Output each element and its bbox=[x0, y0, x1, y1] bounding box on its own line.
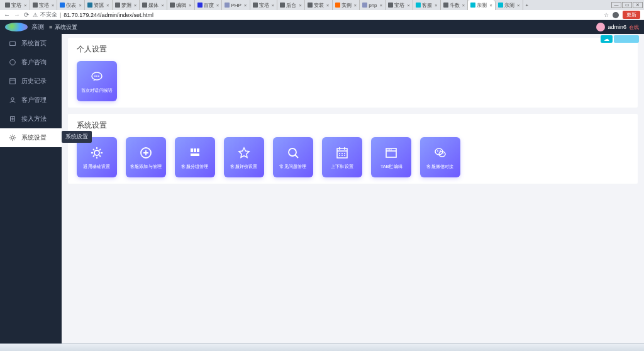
browser-tab[interactable]: 仪表× bbox=[57, 0, 85, 10]
sidebar-item-history[interactable]: 历史记录 bbox=[0, 72, 62, 91]
home-icon bbox=[9, 40, 16, 47]
favicon bbox=[170, 3, 175, 8]
tab-close-button[interactable]: × bbox=[326, 3, 330, 8]
tile-group[interactable]: 客服分组管理 bbox=[175, 137, 215, 177]
tile-plus[interactable]: 客服添加与管理 bbox=[126, 137, 166, 177]
avatar bbox=[596, 23, 605, 31]
sidebar-item-home[interactable]: 系统首页 bbox=[0, 34, 62, 53]
browser-tab[interactable]: 安装× bbox=[305, 0, 333, 10]
tab-close-button[interactable]: × bbox=[354, 3, 357, 8]
browser-tab[interactable]: 资源× bbox=[85, 0, 113, 10]
tab-close-button[interactable]: × bbox=[517, 3, 520, 8]
svg-point-4 bbox=[11, 98, 14, 100]
tab-label: 宝塔 bbox=[394, 2, 404, 9]
tile-calendar[interactable]: 上下班设置 bbox=[322, 137, 362, 177]
browser-tab[interactable]: PHP× bbox=[222, 0, 250, 10]
maximize-button[interactable]: ▭ bbox=[622, 2, 632, 8]
svg-point-33 bbox=[391, 149, 392, 150]
tab-close-button[interactable]: × bbox=[462, 3, 465, 8]
tab-close-button[interactable]: × bbox=[272, 3, 275, 8]
browser-tab[interactable]: 亲测× bbox=[496, 0, 523, 10]
favicon bbox=[308, 3, 313, 8]
minimize-button[interactable]: — bbox=[611, 2, 621, 8]
nav-reload-button[interactable]: ⟳ bbox=[24, 11, 29, 18]
svg-rect-0 bbox=[10, 42, 16, 45]
browser-tab[interactable]: 实例× bbox=[333, 0, 360, 10]
tab-close-button[interactable]: × bbox=[52, 3, 55, 8]
tab-close-button[interactable]: × bbox=[407, 3, 410, 8]
favicon bbox=[60, 3, 65, 8]
profile-icon[interactable] bbox=[613, 12, 619, 18]
favicon bbox=[362, 3, 367, 8]
tile-wechat[interactable]: 客服微信对接 bbox=[420, 137, 460, 177]
browser-tab[interactable]: php× bbox=[360, 0, 386, 10]
nav-forward-button[interactable]: → bbox=[14, 11, 20, 18]
close-window-button[interactable]: ✕ bbox=[633, 2, 643, 8]
star-icon bbox=[236, 145, 252, 163]
os-taskbar[interactable] bbox=[0, 343, 644, 351]
tab-close-button[interactable]: × bbox=[189, 3, 192, 8]
sidebar-item-chat[interactable]: 客户咨询 bbox=[0, 53, 62, 72]
browser-tab[interactable]: 百度× bbox=[195, 0, 223, 10]
svg-point-9 bbox=[96, 75, 97, 77]
tile-window[interactable]: TAB栏编辑 bbox=[371, 137, 411, 177]
tile-label: 客服分组管理 bbox=[181, 163, 208, 169]
svg-point-26 bbox=[339, 155, 340, 156]
sidebar-item-plug[interactable]: 接入方法 bbox=[0, 109, 62, 128]
browser-tab[interactable]: 宝塔× bbox=[3, 0, 30, 10]
browser-tab[interactable]: 媒体× bbox=[140, 0, 167, 10]
tab-label: 媒体 bbox=[148, 2, 158, 9]
tab-close-button[interactable]: × bbox=[380, 3, 383, 8]
system-settings-title: 系统设置 bbox=[77, 120, 629, 131]
user-info[interactable]: admin6 在线 bbox=[596, 23, 639, 31]
browser-tab[interactable]: 宝塔× bbox=[250, 0, 278, 10]
sidebar-item-gear[interactable]: 系统设置 bbox=[0, 128, 62, 147]
browser-tab[interactable]: 亲测× bbox=[468, 0, 496, 10]
tab-close-button[interactable]: × bbox=[244, 3, 247, 8]
tab-close-button[interactable]: × bbox=[299, 3, 302, 8]
svg-point-38 bbox=[441, 153, 442, 154]
tab-close-button[interactable]: × bbox=[435, 3, 438, 8]
tab-close-button[interactable]: × bbox=[216, 3, 219, 8]
favicon bbox=[87, 3, 92, 8]
sidebar-item-users[interactable]: 客户管理 bbox=[0, 91, 62, 109]
svg-point-17 bbox=[289, 148, 296, 156]
svg-rect-13 bbox=[191, 148, 193, 152]
sidebar: 系统首页客户咨询历史记录客户管理接入方法系统设置系统设置 bbox=[0, 34, 62, 343]
tab-label: 宝塔 bbox=[259, 2, 269, 9]
tab-close-button[interactable]: × bbox=[489, 3, 492, 8]
tile-gear[interactable]: 通用基础设置 bbox=[77, 137, 117, 177]
browser-tab[interactable]: 宝塔× bbox=[30, 0, 58, 10]
tile-label: 常见问题管理 bbox=[279, 163, 306, 169]
svg-point-25 bbox=[344, 153, 345, 154]
tab-label: 安装 bbox=[314, 2, 324, 9]
svg-point-23 bbox=[339, 153, 340, 154]
tab-close-button[interactable]: × bbox=[134, 3, 137, 8]
tile-label: 客服微信对接 bbox=[426, 163, 453, 169]
new-tab-button[interactable]: + bbox=[523, 3, 531, 8]
tab-close-button[interactable]: × bbox=[106, 3, 109, 8]
tile-search[interactable]: 常见问题管理 bbox=[273, 137, 313, 177]
browser-tab[interactable]: 后台× bbox=[277, 0, 305, 10]
favicon bbox=[280, 3, 285, 8]
tile-star[interactable]: 客服评价设置 bbox=[224, 137, 264, 177]
plug-icon bbox=[9, 115, 16, 123]
browser-tab[interactable]: 编辑× bbox=[167, 0, 195, 10]
browser-tab[interactable]: 宝塔× bbox=[386, 0, 413, 10]
browser-tab[interactable]: 斗数× bbox=[441, 0, 469, 10]
menu-icon[interactable]: ≡ bbox=[49, 24, 52, 30]
svg-point-28 bbox=[344, 155, 345, 156]
nav-back-button[interactable]: ← bbox=[4, 11, 10, 18]
tab-close-button[interactable]: × bbox=[161, 3, 164, 8]
browser-tab[interactable]: 客服× bbox=[413, 0, 441, 10]
url-box[interactable]: ⚠ 不安全 | 81.70.179.244/admin/index/set.ht… bbox=[33, 11, 600, 19]
tab-close-button[interactable]: × bbox=[24, 3, 27, 8]
browser-tab[interactable]: 梦洲× bbox=[113, 0, 140, 10]
tile-speech[interactable]: 首次对话问候语 bbox=[77, 61, 117, 101]
tab-label: php bbox=[369, 3, 377, 8]
tab-close-button[interactable]: × bbox=[79, 3, 82, 8]
bookmark-star-icon[interactable]: ☆ bbox=[604, 12, 609, 18]
refresh-button[interactable]: 更新 bbox=[623, 11, 640, 19]
cloud-icon[interactable]: ☁ bbox=[601, 35, 613, 43]
svg-point-36 bbox=[437, 150, 438, 152]
